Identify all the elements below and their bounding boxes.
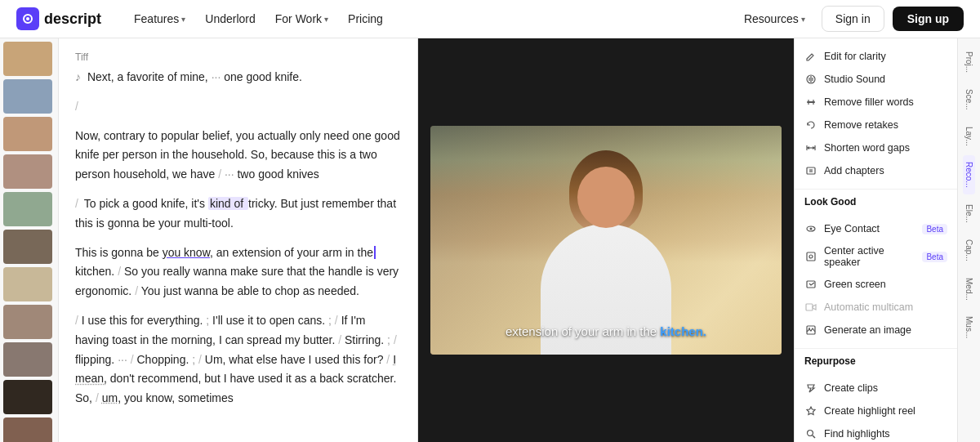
nav-resources[interactable]: Resources ▾ [736,7,813,30]
svg-point-16 [809,255,813,258]
thumbnail-2[interactable] [3,79,52,114]
filler-dots: ··· [118,353,127,366]
nav-features[interactable]: Features ▾ [126,7,194,30]
transcript-line-2: / [75,97,401,117]
tool-create-clips[interactable]: Create clips [795,377,957,400]
tool-highlight-reel[interactable]: Create highlight reel [795,400,957,422]
thumbnail-5[interactable] [3,192,52,226]
tool-find-highlights[interactable]: Find highlights [795,422,957,442]
tools-section-look-good: Eye Contact Beta Center active speaker B… [795,211,957,349]
slash-marker: / [338,333,341,346]
side-tab-project[interactable]: Proj... [963,45,975,79]
thumbnail-3[interactable] [3,117,52,151]
add-chapters-icon [804,164,817,177]
svg-rect-10 [807,167,815,174]
navigation: descript Features ▾ Underlord For Work ▾… [0,0,980,38]
thumbnail-4[interactable] [3,154,52,189]
tool-green-screen[interactable]: Green screen [795,273,957,296]
right-tools-panel: Edit for clarity Studio Sound Remove fil… [794,38,957,442]
thumbnail-10[interactable] [3,380,52,414]
svg-point-14 [810,228,813,230]
thumbnail-9[interactable] [3,342,52,377]
transcript-section-6: / I use this for everything. ; I'll use … [75,311,401,409]
svg-rect-18 [806,304,813,310]
side-tab-elements[interactable]: Ele... [963,198,975,230]
thumbnail-1[interactable] [3,42,52,76]
side-tabs: Proj... Sce... Lay... Reco... Ele... Cap… [957,38,980,442]
highlight-reel-icon [804,404,817,417]
tool-shorten-word-gaps[interactable]: Shorten word gaps [795,136,957,159]
svg-point-2 [26,17,29,20]
look-good-header: Look Good [795,190,957,211]
tool-add-chapters[interactable]: Add chapters [795,159,957,182]
tool-center-speaker-label: Center active speaker [824,245,915,268]
transcript-section-4: / To pick a good knife, it's kind of tri… [75,194,401,234]
thumbnail-11[interactable] [3,417,52,442]
filler-dots: ; [192,353,195,366]
tool-auto-multicam-label: Automatic multicam [824,301,947,313]
slash-marker: / [335,314,338,327]
tool-shorten-gaps-label: Shorten word gaps [824,142,947,154]
side-tab-captions[interactable]: Cap... [963,233,975,268]
side-tab-scene[interactable]: Sce... [963,83,975,117]
filler-dots: ··· [225,167,234,181]
signup-button[interactable]: Sign up [893,7,964,31]
nav-underlord[interactable]: Underlord [197,7,263,30]
tool-find-highlights-label: Find highlights [824,428,947,440]
transcript-text-1b: one good knife. [224,70,302,83]
tool-generate-image-label: Generate an image [824,324,947,336]
tool-remove-retakes[interactable]: Remove retakes [795,114,957,136]
svg-point-21 [808,431,813,436]
transcript-line-6: / I use this for everything. ; I'll use … [75,311,401,409]
tool-edit-clarity-label: Edit for clarity [824,51,947,62]
cursor-indicator: / [75,197,82,210]
logo[interactable]: descript [16,7,101,30]
center-speaker-beta-badge: Beta [922,252,947,262]
transcript-line-4: / To pick a good knife, it's kind of tri… [75,194,401,234]
tool-edit-clarity[interactable]: Edit for clarity [795,45,957,68]
tool-eye-contact-label: Eye Contact [824,223,915,234]
word-you-know: you know, [163,246,213,259]
transcript-section-2: / [75,97,401,117]
tool-studio-sound[interactable]: Studio Sound [795,68,957,91]
transcript-line-1: ♪ Next, a favorite of mine, ··· one good… [75,68,401,87]
transcript-section-3: Now, contrary to popular belief, you act… [75,127,401,185]
thumbnail-6[interactable] [3,230,52,264]
transcript-panel[interactable]: Tiff ♪ Next, a favorite of mine, ··· one… [59,38,418,442]
tool-remove-filler[interactable]: Remove filler words [795,91,957,114]
svg-line-22 [813,435,815,438]
side-tab-media[interactable]: Med... [963,271,975,307]
studio-sound-icon [804,73,817,86]
nav-right: Resources ▾ Sign in Sign up [736,6,964,32]
nav-pricing[interactable]: Pricing [340,7,391,30]
thumbnail-8[interactable] [3,305,52,339]
video-subtitle: extension of your arm in the kitchen. [506,324,706,338]
nav-features-label: Features [134,12,179,25]
signin-button[interactable]: Sign in [822,6,884,32]
filler-dots: ; [206,314,209,327]
thumbnail-7[interactable] [3,267,52,301]
nav-forwork-label: For Work [275,12,322,25]
transcript-line-5: This is gonna be you know, an extension … [75,243,401,301]
side-tab-music[interactable]: Mus... [963,310,975,345]
tool-remove-retakes-label: Remove retakes [824,119,947,131]
filler-dots: ; [387,333,390,346]
chevron-down-icon: ▾ [181,15,185,24]
eye-contact-icon [804,222,817,235]
slash-marker: / [386,353,390,366]
tools-section-top: Edit for clarity Studio Sound Remove fil… [795,38,957,190]
side-tab-layout[interactable]: Lay... [963,120,975,153]
tool-generate-image[interactable]: Generate an image [795,319,957,342]
slash-marker: / [198,353,202,366]
tool-center-speaker[interactable]: Center active speaker Beta [795,240,957,273]
tool-auto-multicam: Automatic multicam [795,296,957,319]
svg-rect-17 [807,281,815,288]
chevron-down-icon: ▾ [801,15,805,24]
tool-eye-contact[interactable]: Eye Contact Beta [795,217,957,240]
video-background: extension of your arm in the kitchen. [430,126,782,355]
side-tab-record[interactable]: Reco... [963,155,975,194]
slash-marker: / [394,333,397,346]
slash-marker: / [135,284,138,297]
nav-forwork[interactable]: For Work ▾ [267,7,336,30]
transcript-line-3: Now, contrary to popular belief, you act… [75,127,401,185]
